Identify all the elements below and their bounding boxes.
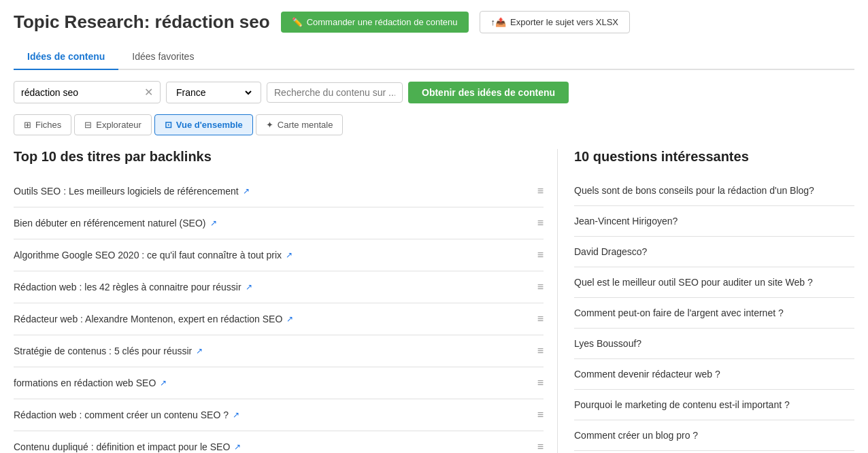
- edit-icon: ✏️: [292, 17, 303, 27]
- view-tabs: ⊞ Fiches ⊟ Explorateur ⊡ Vue d'ensemble …: [14, 114, 854, 135]
- backlink-text: Rédaction web : comment créer un contenu…: [14, 409, 239, 420]
- question-item: Lyes Boussouf?: [574, 329, 854, 359]
- external-link-icon: ↗: [286, 314, 293, 324]
- question-item: Quel est le meilleur outil SEO pour audi…: [574, 267, 854, 298]
- external-link-icon: ↗: [160, 378, 167, 388]
- backlink-text: Stratégie de contenus : 5 clés pour réus…: [14, 346, 203, 356]
- action-menu-icon[interactable]: ≡: [537, 249, 544, 261]
- action-menu-icon[interactable]: ≡: [537, 217, 544, 229]
- question-item: Comment peut-on faire de l'argent avec i…: [574, 298, 854, 329]
- external-link-icon: ↗: [234, 442, 241, 452]
- country-select[interactable]: France: [173, 86, 254, 99]
- view-tab-fiches[interactable]: ⊞ Fiches: [14, 114, 71, 135]
- view-tab-carte-mentale[interactable]: ✦ Carte mentale: [256, 114, 344, 135]
- view-tab-explorateur[interactable]: ⊟ Explorateur: [74, 114, 151, 135]
- view-tab-vue-ensemble[interactable]: ⊡ Vue d'ensemble: [154, 114, 253, 135]
- backlink-text: Bien débuter en référencement naturel (S…: [14, 218, 217, 229]
- left-panel: Top 10 des titres par backlinks Outils S…: [14, 149, 558, 453]
- backlink-text: Contenu dupliqué : définition et impact …: [14, 441, 241, 452]
- backlink-item: formations en rédaction web SEO ↗ ≡: [14, 367, 544, 399]
- backlink-text: formations en rédaction web SEO ↗: [14, 378, 167, 388]
- backlink-item: Rédacteur web : Alexandre Montenon, expe…: [14, 303, 544, 335]
- backlink-item: Algorithme Google SEO 2020 : ce qu'il fa…: [14, 239, 544, 271]
- question-item: Comment créer un blog pro ?: [574, 420, 854, 451]
- external-link-icon: ↗: [210, 218, 217, 228]
- export-icon: ↑📤: [491, 17, 507, 27]
- question-item: David Dragesco?: [574, 237, 854, 267]
- backlink-text: Rédaction web : les 42 règles à connaitr…: [14, 282, 252, 292]
- right-panel-title: 10 questions intéressantes: [574, 149, 854, 165]
- topic-input-wrap: ✕: [14, 81, 161, 103]
- action-menu-icon[interactable]: ≡: [537, 409, 544, 421]
- main-content: Top 10 des titres par backlinks Outils S…: [14, 149, 854, 453]
- tab-idees-contenu[interactable]: Idées de contenu: [14, 44, 118, 70]
- export-xlsx-button[interactable]: ↑📤 Exporter le sujet vers XLSX: [480, 11, 630, 33]
- external-link-icon: ↗: [246, 282, 252, 292]
- external-link-icon: ↗: [243, 186, 250, 196]
- external-link-icon: ↗: [233, 410, 239, 420]
- right-panel: 10 questions intéressantes Quels sont de…: [558, 149, 854, 453]
- action-menu-icon[interactable]: ≡: [537, 281, 544, 293]
- questions-list: Quels sont de bons conseils pour la réda…: [574, 175, 854, 453]
- backlink-item: Contenu dupliqué : définition et impact …: [14, 431, 544, 453]
- country-select-wrap[interactable]: France: [166, 82, 261, 103]
- action-menu-icon[interactable]: ≡: [537, 185, 544, 197]
- action-menu-icon[interactable]: ≡: [537, 377, 544, 389]
- action-menu-icon[interactable]: ≡: [537, 441, 544, 453]
- table-icon: ⊟: [84, 120, 92, 130]
- backlink-item: Outils SEO : Les meilleurs logiciels de …: [14, 175, 544, 207]
- backlinks-list: Outils SEO : Les meilleurs logiciels de …: [14, 175, 544, 453]
- topic-input[interactable]: [21, 87, 140, 98]
- mindmap-icon: ✦: [266, 120, 273, 130]
- obtain-ideas-button[interactable]: Obtenir des idées de contenu: [408, 82, 569, 103]
- external-link-icon: ↗: [196, 346, 203, 356]
- action-menu-icon[interactable]: ≡: [537, 345, 544, 357]
- question-item: Comment devenir rédacteur web ?: [574, 359, 854, 390]
- page-header: Topic Research: rédaction seo ✏️ Command…: [14, 11, 854, 33]
- backlink-item: Rédaction web : les 42 règles à connaitr…: [14, 271, 544, 303]
- tab-idees-favorites[interactable]: Idées favorites: [118, 44, 207, 70]
- clear-icon[interactable]: ✕: [144, 86, 153, 99]
- backlink-text: Outils SEO : Les meilleurs logiciels de …: [14, 186, 250, 197]
- question-item: Quels sont de bons conseils pour la réda…: [574, 175, 854, 206]
- order-content-button[interactable]: ✏️ Commander une rédaction de contenu: [281, 12, 469, 33]
- content-search-input[interactable]: [267, 82, 403, 103]
- question-item: Pourquoi le marketing de contenu est-il …: [574, 390, 854, 420]
- main-tabs-nav: Idées de contenu Idées favorites: [14, 44, 854, 70]
- backlink-text: Algorithme Google SEO 2020 : ce qu'il fa…: [14, 250, 293, 261]
- overview-icon: ⊡: [165, 120, 172, 130]
- grid-icon: ⊞: [24, 120, 31, 130]
- backlink-text: Rédacteur web : Alexandre Montenon, expe…: [14, 314, 293, 324]
- backlink-item: Stratégie de contenus : 5 clés pour réus…: [14, 335, 544, 367]
- search-bar: ✕ France Obtenir des idées de contenu: [14, 81, 854, 103]
- action-menu-icon[interactable]: ≡: [537, 313, 544, 325]
- left-panel-title: Top 10 des titres par backlinks: [14, 149, 544, 165]
- question-item: Jean-Vincent Hirigoyen?: [574, 206, 854, 237]
- page-title: Topic Research: rédaction seo: [14, 12, 270, 33]
- backlink-item: Rédaction web : comment créer un contenu…: [14, 399, 544, 431]
- backlink-item: Bien débuter en référencement naturel (S…: [14, 207, 544, 239]
- external-link-icon: ↗: [286, 250, 293, 260]
